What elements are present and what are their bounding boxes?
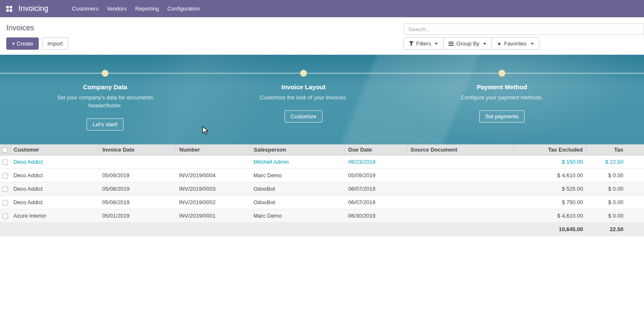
- onboarding-banner: Company Data Set your company's data for…: [0, 55, 644, 144]
- plus-icon: +: [12, 40, 15, 47]
- cell-due-date: 06/07/2019: [345, 182, 407, 196]
- apps-grid-icon: [6, 6, 12, 12]
- cell-customer: Deco Addict: [10, 182, 99, 196]
- favorites-button[interactable]: ★ Favorites: [491, 37, 539, 50]
- header-select-all: [0, 144, 10, 155]
- app-title[interactable]: Invoicing: [18, 4, 48, 13]
- control-panel: Invoices +Create Import Filters Group By…: [0, 17, 644, 55]
- cell-invoice-date: 05/08/2019: [99, 196, 176, 209]
- cell-tax: $ 22.50: [586, 155, 644, 169]
- cell-invoice-date: 05/01/2019: [99, 209, 176, 223]
- create-button-label: Create: [17, 40, 33, 47]
- col-header-number[interactable]: Number: [176, 144, 250, 155]
- cell-salesperson: OdooBot: [250, 182, 345, 196]
- cell-due-date: 06/30/2019: [345, 209, 407, 223]
- total-tax-excluded: 10,645.00: [514, 223, 586, 236]
- cell-source-document: [407, 209, 514, 223]
- table-row[interactable]: Azure Interior 05/01/2019 INV/2019/0001 …: [0, 209, 644, 223]
- search-input[interactable]: [404, 24, 644, 35]
- row-checkbox[interactable]: [3, 186, 8, 192]
- cell-number: INV/2019/0004: [176, 169, 250, 182]
- step-description: Customize the look of your invoices.: [260, 93, 347, 101]
- col-header-tax-excluded[interactable]: Tax Excluded: [514, 144, 586, 155]
- menu-vendors[interactable]: Vendors: [103, 0, 131, 17]
- cell-salesperson: Mitchell Admin: [250, 155, 345, 169]
- row-checkbox[interactable]: [3, 160, 8, 165]
- cell-due-date: 05/09/2019: [345, 169, 407, 182]
- cell-number: INV/2019/0002: [176, 196, 250, 209]
- step-dot-icon: [499, 70, 505, 77]
- col-header-invoice-date[interactable]: Invoice Date: [99, 144, 176, 155]
- cell-source-document: [407, 169, 514, 182]
- filters-button-label: Filters: [416, 40, 431, 47]
- cell-tax-excluded: $ 750.00: [514, 196, 586, 209]
- cell-select: [0, 196, 10, 209]
- apps-menu-button[interactable]: [3, 3, 15, 15]
- select-all-checkbox[interactable]: [2, 147, 8, 153]
- navbar-menu: Customers Vendors Reporting Configuratio…: [68, 0, 204, 17]
- cell-salesperson: OdooBot: [250, 196, 345, 209]
- cell-invoice-date: 05/08/2019: [99, 182, 176, 196]
- col-header-source-document[interactable]: Source Document: [407, 144, 514, 155]
- group-by-button[interactable]: Group By: [443, 37, 492, 50]
- cell-tax: $ 0.00: [586, 169, 644, 182]
- col-header-customer[interactable]: Customer: [10, 144, 99, 155]
- chevron-down-icon: [483, 43, 486, 45]
- col-header-salesperson[interactable]: Salesperson: [250, 144, 345, 155]
- filters-button[interactable]: Filters: [404, 37, 443, 50]
- invoice-table: Customer Invoice Date Number Salesperson…: [0, 144, 644, 236]
- cell-number: INV/2019/0003: [176, 182, 250, 196]
- filter-funnel-icon: [409, 41, 414, 46]
- col-header-tax[interactable]: Tax: [586, 144, 644, 155]
- chevron-down-icon: [435, 43, 438, 45]
- table-row[interactable]: Deco Addict 05/08/2019 INV/2019/0003 Odo…: [0, 182, 644, 196]
- table-footer-row: 10,645.00 22.50: [0, 223, 644, 236]
- favorites-button-label: Favorites: [504, 40, 526, 47]
- cell-source-document: [407, 155, 514, 169]
- step-description: Set your company's data for documents he…: [53, 93, 158, 109]
- cell-salesperson: Marc Demo: [250, 209, 345, 223]
- group-by-list-icon: [449, 42, 454, 46]
- cell-due-date: 06/23/2019: [345, 155, 407, 169]
- cell-customer: Azure Interior: [10, 209, 99, 223]
- cell-tax: $ 0.00: [586, 196, 644, 209]
- onboarding-step-company-data: Company Data Set your company's data for…: [6, 70, 204, 131]
- menu-reporting[interactable]: Reporting: [131, 0, 163, 17]
- row-checkbox[interactable]: [3, 200, 8, 205]
- table-row[interactable]: Deco Addict Mitchell Admin 06/23/2019 $ …: [0, 155, 644, 169]
- onboarding-step-payment-method: Payment Method Configure your payment me…: [403, 70, 601, 131]
- import-button[interactable]: Import: [42, 37, 69, 50]
- cell-customer: Deco Addict: [10, 169, 99, 182]
- cell-select: [0, 209, 10, 223]
- table-row[interactable]: Deco Addict 05/09/2019 INV/2019/0004 Mar…: [0, 169, 644, 182]
- cell-select: [0, 169, 10, 182]
- cell-salesperson: Marc Demo: [250, 169, 345, 182]
- create-button[interactable]: +Create: [6, 37, 39, 50]
- cell-source-document: [407, 182, 514, 196]
- col-header-due-date[interactable]: Due Date: [345, 144, 407, 155]
- action-buttons: +Create Import: [6, 37, 638, 50]
- cell-number: [176, 155, 250, 169]
- cell-tax-excluded: $ 525.00: [514, 182, 586, 196]
- menu-customers[interactable]: Customers: [68, 0, 103, 17]
- table-header-row: Customer Invoice Date Number Salesperson…: [0, 144, 644, 155]
- step-title: Company Data: [83, 83, 127, 91]
- step-description: Configure your payment methods.: [461, 93, 543, 101]
- chevron-down-icon: [531, 43, 534, 45]
- customize-button[interactable]: Customize: [285, 110, 322, 123]
- lets-start-button[interactable]: Let's start!: [87, 118, 124, 131]
- step-dot-icon: [102, 70, 108, 77]
- step-dot-icon: [300, 70, 307, 77]
- cell-source-document: [407, 196, 514, 209]
- search-filter-bar: Filters Group By ★ Favorites: [404, 37, 539, 50]
- set-payments-button[interactable]: Set payments: [479, 110, 525, 123]
- cell-select: [0, 155, 10, 169]
- table-row[interactable]: Deco Addict 05/08/2019 INV/2019/0002 Odo…: [0, 196, 644, 209]
- cell-customer: Deco Addict: [10, 155, 99, 169]
- row-checkbox[interactable]: [3, 213, 8, 219]
- top-navbar: Invoicing Customers Vendors Reporting Co…: [0, 0, 644, 17]
- cell-number: INV/2019/0001: [176, 209, 250, 223]
- row-checkbox[interactable]: [3, 173, 8, 178]
- cell-tax: $ 0.00: [586, 209, 644, 223]
- menu-configuration[interactable]: Configuration: [163, 0, 204, 17]
